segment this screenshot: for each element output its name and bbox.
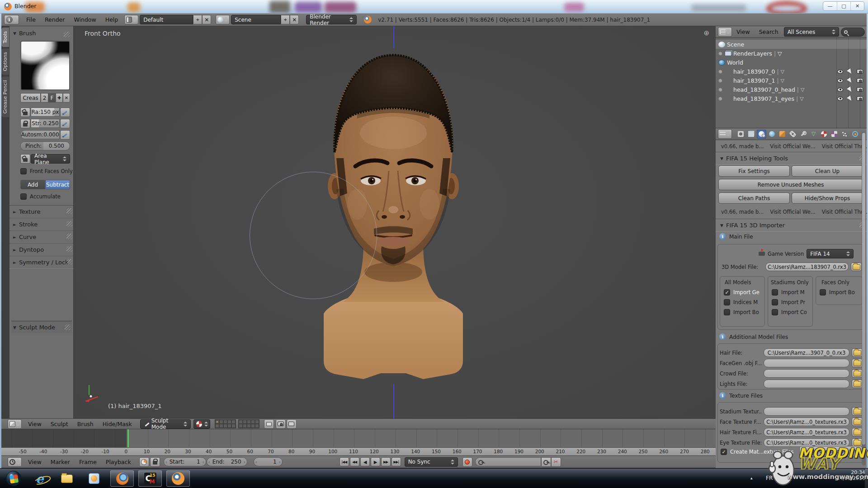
browse-file-button[interactable] (852, 369, 863, 378)
visit-thread-link[interactable]: Visit Official Thr... (822, 209, 868, 215)
property-tab[interactable] (840, 130, 849, 139)
mode-selector[interactable]: Sculpt Mode (140, 419, 191, 429)
browse-file-button[interactable] (851, 263, 862, 271)
outliner-item-label[interactable]: World (727, 59, 743, 66)
taskbar-blender[interactable] (166, 470, 190, 487)
record-button[interactable] (462, 457, 472, 467)
import-checkbox[interactable] (772, 289, 778, 296)
file-field[interactable] (764, 369, 849, 378)
menu-item[interactable]: View (24, 456, 46, 468)
assign-materials-button[interactable]: Assign Created Mater... (799, 446, 863, 457)
autosmooth-slider[interactable]: Autosm:0.000 (20, 130, 60, 139)
outliner-editor-selector[interactable] (718, 27, 732, 37)
taskbar-media-player[interactable] (82, 470, 106, 487)
menu-item[interactable]: Help (101, 14, 123, 26)
plane-lock-button[interactable] (20, 154, 30, 164)
timeline-canvas[interactable] (1, 429, 716, 447)
menu-item[interactable]: Playback (101, 456, 136, 468)
radius-pressure-button[interactable] (60, 108, 70, 117)
outliner-item-label[interactable]: hair_183907_1 (733, 77, 775, 84)
outliner-row[interactable]: ⊕ head_183907_1_eyes | ▽ (716, 94, 867, 103)
maximize-button[interactable]: ▢ (837, 2, 850, 10)
sculpt-plane-selector[interactable]: Area Plane (31, 154, 70, 164)
add-layout-button[interactable]: ＋ (193, 15, 202, 24)
visit-thread-link[interactable]: Visit Official Thr... (822, 143, 868, 150)
browse-file-button[interactable] (852, 359, 863, 367)
property-tab[interactable] (746, 130, 756, 139)
expand-icon[interactable]: ⊕ (718, 87, 723, 92)
renderability-camera-icon[interactable] (857, 78, 863, 83)
property-tab[interactable] (850, 130, 860, 139)
toolshelf-tab[interactable]: Grease Pencil (1, 76, 9, 117)
menu-item[interactable]: Window (69, 14, 100, 26)
jump-prev-keyframe-button[interactable]: ◀◀ (350, 457, 359, 466)
opengl-render-anim-button[interactable] (287, 419, 297, 429)
keying-set-field[interactable] (475, 457, 541, 466)
radius-unit-lock-button[interactable] (20, 108, 30, 117)
menu-item[interactable]: Hide/Mask (98, 419, 137, 429)
menu-item[interactable]: View (732, 26, 755, 38)
fake-user-button[interactable]: F (48, 93, 56, 103)
pinch-slider[interactable]: Pinch: 0.500 (20, 141, 70, 150)
insert-keyframe-button[interactable] (541, 457, 551, 467)
property-tab[interactable] (819, 130, 829, 139)
accumulate-checkbox[interactable] (20, 193, 27, 200)
end-frame-field[interactable]: End: 250 ‹ › (207, 457, 247, 466)
timeline-playhead[interactable] (127, 429, 129, 447)
expand-icon[interactable]: ⊕ (718, 51, 723, 56)
collapsed-panel-header[interactable]: ► Stroke (9, 218, 74, 230)
preview-range-button[interactable] (139, 457, 149, 467)
taskbar-file-explorer[interactable] (55, 470, 79, 487)
editor-type-selector[interactable]: i (4, 15, 19, 24)
helping-tools-panel-header[interactable]: ▼ FIFA 15 Helping Tools (716, 152, 867, 164)
play-button[interactable]: ▶ (371, 457, 380, 466)
layer-grid-1[interactable] (215, 419, 236, 428)
file-field[interactable]: C:\Users\Ramz...0_textures.rx3 (764, 428, 849, 436)
tray-chevron-icon[interactable]: ▴ (750, 476, 753, 480)
outliner-item-label[interactable]: head_183907_0_head (733, 86, 795, 93)
3d-viewport[interactable]: Front Ortho ⊕ (74, 26, 716, 418)
file-field[interactable]: C:\Users\Ramz...0_textures.rx3 (764, 418, 849, 426)
browse-file-button[interactable] (852, 418, 863, 426)
property-tab[interactable] (736, 130, 745, 139)
outliner-row[interactable]: ⊕ hair_183907_1 | ▽ (716, 76, 867, 85)
add-scene-button[interactable]: ＋ (281, 15, 290, 24)
strength-pressure-button[interactable] (60, 119, 70, 128)
browse-file-button[interactable] (852, 380, 863, 388)
selectability-cursor-icon[interactable] (847, 86, 854, 93)
file-field[interactable] (764, 359, 849, 367)
scene-name[interactable]: Scene (231, 15, 281, 24)
screen-layout-icon-button[interactable] (124, 15, 138, 24)
play-reverse-button[interactable]: ◀ (360, 457, 370, 466)
property-tab[interactable] (767, 130, 777, 139)
strength-slider[interactable]: Str: 0.250 (31, 119, 60, 128)
jump-to-start-button[interactable]: |◀◀ (340, 457, 349, 466)
taskbar-internet-explorer[interactable]: e (28, 470, 52, 487)
delete-keyframe-button[interactable]: ✂ (551, 457, 561, 467)
renderability-camera-icon[interactable] (857, 96, 863, 101)
expand-icon[interactable]: ⊕ (718, 69, 723, 74)
collapsed-panel-header[interactable]: ► Texture (9, 205, 74, 218)
region-expand-icon[interactable]: ⊕ (703, 29, 709, 37)
close-button[interactable]: ✕ (850, 2, 864, 10)
property-tab[interactable] (757, 130, 766, 139)
jump-next-keyframe-button[interactable]: ▶▶ (381, 457, 391, 466)
expand-icon[interactable]: ⊕ (718, 96, 723, 101)
strength-lock-button[interactable] (20, 119, 30, 128)
visibility-eye-icon[interactable] (837, 97, 843, 101)
fix-settings-button[interactable]: Fix Settings (718, 165, 790, 177)
taskbar-firefox[interactable] (110, 470, 134, 487)
file-field[interactable] (764, 380, 849, 388)
lock-range-button[interactable] (150, 457, 160, 467)
autosmooth-pressure-button[interactable] (60, 130, 70, 140)
clean-paths-button[interactable]: Clean Paths (718, 192, 790, 204)
browse-file-button[interactable] (852, 428, 863, 436)
window-titlebar[interactable]: Blender — ▢ ✕ (0, 0, 868, 14)
opengl-render-button[interactable] (276, 419, 286, 429)
menu-item[interactable]: File (22, 14, 40, 26)
selectability-cursor-icon[interactable] (847, 77, 854, 84)
minimize-button[interactable]: — (823, 2, 837, 10)
delete-layout-button[interactable]: ✕ (202, 15, 211, 24)
screen-layout-name[interactable]: Default (140, 15, 193, 24)
timeline-ruler[interactable]: -50-40-30-20-100102030405060708090100110… (1, 447, 716, 455)
